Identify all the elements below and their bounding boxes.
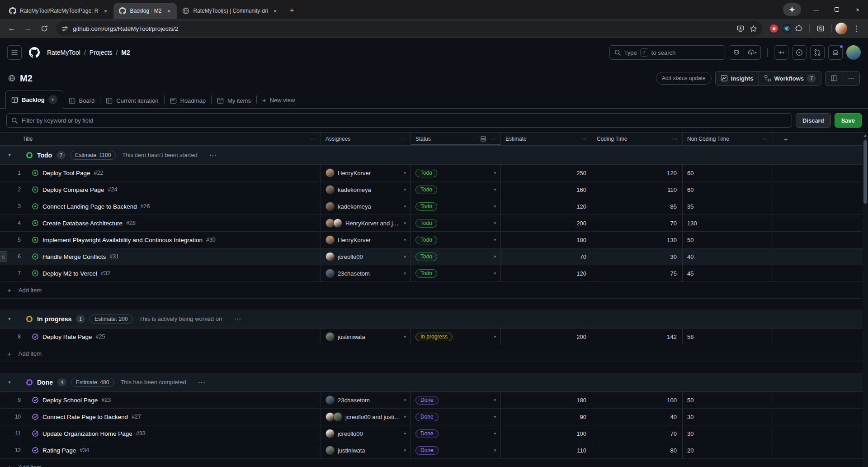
item-title[interactable]: Deploy Tool Page bbox=[42, 170, 90, 176]
item-title[interactable]: Rating Page bbox=[42, 447, 76, 454]
estimate-cell[interactable]: 200 bbox=[501, 215, 592, 231]
breadcrumb-projects[interactable]: Projects bbox=[90, 49, 113, 56]
non-coding-time-cell[interactable]: 30 bbox=[683, 409, 773, 425]
estimate-cell[interactable]: 200 bbox=[501, 329, 592, 345]
bookmark-star-icon[interactable] bbox=[750, 25, 757, 33]
assignees-cell[interactable]: justiniwata▾ bbox=[321, 442, 411, 458]
add-column-icon[interactable]: + bbox=[784, 135, 788, 143]
coding-time-cell[interactable]: 80 bbox=[592, 442, 683, 458]
status-cell[interactable]: Todo▾ bbox=[411, 215, 501, 231]
global-search-button[interactable]: Type / to search bbox=[609, 45, 725, 60]
browser-tab[interactable]: RateMyTool(s) | Community-dri× bbox=[177, 3, 283, 19]
status-cell[interactable]: Todo▾ bbox=[411, 165, 501, 181]
status-cell[interactable]: Todo▾ bbox=[411, 181, 501, 198]
title-cell[interactable]: Update Organization Home Page#33 bbox=[27, 425, 321, 442]
estimate-cell[interactable]: 120 bbox=[501, 198, 592, 214]
new-view-button[interactable]: +New view bbox=[257, 92, 300, 108]
title-cell[interactable]: Deploy Rate Page#25 bbox=[27, 329, 321, 345]
estimate-cell[interactable]: 180 bbox=[501, 392, 592, 408]
pull-requests-button[interactable] bbox=[810, 45, 825, 60]
group-menu-icon[interactable]: ⋯ bbox=[209, 151, 217, 159]
column-menu-icon[interactable]: ⋯ bbox=[762, 136, 768, 142]
assignees-cell[interactable]: jcreollo00 and justi…▾ bbox=[321, 409, 411, 425]
table-row[interactable]: 2Deploy Compare Page#24kadekomeya▾Todo▾1… bbox=[0, 181, 868, 198]
site-settings-icon[interactable] bbox=[61, 25, 68, 32]
breadcrumb-org[interactable]: RateMyTool bbox=[47, 49, 80, 56]
table-row[interactable]: ⣿6Handle Merge Conflicts#31jcreollo00▾To… bbox=[0, 248, 868, 265]
issues-button[interactable] bbox=[792, 45, 807, 60]
project-menu-button[interactable]: ⋯ bbox=[843, 71, 859, 85]
coding-time-cell[interactable]: 130 bbox=[592, 232, 683, 248]
group-by-icon[interactable] bbox=[480, 136, 486, 142]
table-row[interactable]: 10Connect Rate Page to Backend#27jcreoll… bbox=[0, 409, 868, 425]
assignees-cell[interactable]: HenryKorver and jcr…▾ bbox=[321, 215, 411, 231]
reload-button[interactable] bbox=[37, 21, 52, 36]
column-menu-icon[interactable]: ⋯ bbox=[672, 136, 678, 142]
view-tab-backlog[interactable]: Backlog▾ bbox=[5, 91, 63, 109]
table-row[interactable]: 4Create Database Architecture#28HenryKor… bbox=[0, 215, 868, 232]
estimate-cell[interactable]: 180 bbox=[501, 232, 592, 248]
title-cell[interactable]: Connect Landing Page to Backend#26 bbox=[27, 198, 321, 214]
title-cell[interactable]: Handle Merge Conflicts#31 bbox=[27, 248, 321, 265]
non-coding-time-cell[interactable]: 50 bbox=[683, 392, 773, 408]
item-title[interactable]: Deploy Rate Page bbox=[42, 334, 92, 340]
side-panel-button[interactable] bbox=[826, 71, 843, 85]
non-coding-time-cell[interactable]: 50 bbox=[683, 232, 773, 248]
non-coding-time-cell[interactable]: 60 bbox=[683, 165, 773, 181]
view-options-button[interactable]: ▾ bbox=[48, 95, 57, 104]
title-cell[interactable]: Deploy Compare Page#24 bbox=[27, 181, 321, 198]
extensions-icon[interactable] bbox=[795, 25, 803, 33]
title-cell[interactable]: Deploy Tool Page#22 bbox=[27, 165, 321, 181]
breadcrumb-current[interactable]: M2 bbox=[121, 49, 130, 56]
tab-close-icon[interactable]: × bbox=[102, 7, 109, 14]
browser-tab[interactable]: Backlog · M2× bbox=[113, 3, 177, 19]
non-coding-time-cell[interactable]: 60 bbox=[683, 181, 773, 198]
estimate-cell[interactable]: 90 bbox=[501, 409, 592, 425]
adblock-extension-icon[interactable] bbox=[770, 24, 778, 33]
non-coding-time-cell[interactable]: 58 bbox=[683, 329, 773, 345]
column-header-coding-time[interactable]: Coding Time⋯ bbox=[592, 133, 683, 145]
github-logo[interactable] bbox=[27, 45, 42, 60]
add-column-header[interactable]: + bbox=[773, 133, 868, 145]
table-row[interactable]: 5Implement Playwright Availability and C… bbox=[0, 232, 868, 248]
notifications-button[interactable] bbox=[828, 45, 843, 60]
table-row[interactable]: 1Deploy Tool Page#22HenryKorver▾Todo▾250… bbox=[0, 165, 868, 181]
non-coding-time-cell[interactable]: 45 bbox=[683, 265, 773, 281]
item-title[interactable]: Handle Merge Conflicts bbox=[42, 253, 106, 260]
item-title[interactable]: Update Organization Home Page bbox=[42, 430, 132, 437]
status-cell[interactable]: Done▾ bbox=[411, 442, 501, 458]
status-cell[interactable]: Done▾ bbox=[411, 425, 501, 442]
non-coding-time-cell[interactable]: 40 bbox=[683, 248, 773, 265]
maximize-button[interactable] bbox=[826, 0, 847, 19]
add-item-button[interactable]: +Add item bbox=[0, 282, 868, 299]
estimate-cell[interactable]: 70 bbox=[501, 248, 592, 265]
status-cell[interactable]: Done▾ bbox=[411, 409, 501, 425]
collapse-chevron-icon[interactable]: ▾ bbox=[5, 380, 14, 385]
workflows-button[interactable]: Workflows7 bbox=[759, 71, 821, 85]
tab-close-icon[interactable]: × bbox=[165, 7, 172, 14]
column-menu-icon[interactable]: ⋯ bbox=[581, 136, 587, 142]
table-row[interactable]: 8Deploy Rate Page#25justiniwata▾In progr… bbox=[0, 329, 868, 345]
estimate-cell[interactable]: 160 bbox=[501, 181, 592, 198]
item-title[interactable]: Connect Landing Page to Backend bbox=[42, 203, 137, 210]
collapse-chevron-icon[interactable]: ▾ bbox=[5, 316, 14, 321]
filter-field[interactable] bbox=[6, 113, 792, 128]
group-menu-icon[interactable]: ⋯ bbox=[234, 315, 241, 323]
filter-input[interactable] bbox=[22, 117, 787, 124]
add-item-button[interactable]: +Add item bbox=[0, 459, 868, 467]
save-button[interactable]: Save bbox=[835, 113, 862, 128]
estimate-cell[interactable]: 100 bbox=[501, 425, 592, 442]
column-header-non-coding-time[interactable]: Non Coding Time⋯ bbox=[683, 133, 773, 145]
title-cell[interactable]: Create Database Architecture#28 bbox=[27, 215, 321, 231]
user-avatar[interactable] bbox=[846, 45, 861, 60]
coding-time-cell[interactable]: 120 bbox=[592, 165, 683, 181]
title-cell[interactable]: Deploy M2 to Vercel#32 bbox=[27, 265, 321, 281]
item-title[interactable]: Connect Rate Page to Backend bbox=[42, 414, 128, 420]
collapse-chevron-icon[interactable]: ▾ bbox=[5, 152, 14, 157]
insights-button[interactable]: Insights bbox=[716, 71, 759, 85]
item-title[interactable]: Implement Playwright Availability and Co… bbox=[42, 237, 203, 243]
vertical-scrollbar[interactable]: ▲ bbox=[863, 132, 868, 467]
browser-tab[interactable]: RateMyTool/RateMyToolPage: R× bbox=[4, 3, 113, 19]
non-coding-time-cell[interactable]: 20 bbox=[683, 442, 773, 458]
coding-time-cell[interactable]: 40 bbox=[592, 409, 683, 425]
